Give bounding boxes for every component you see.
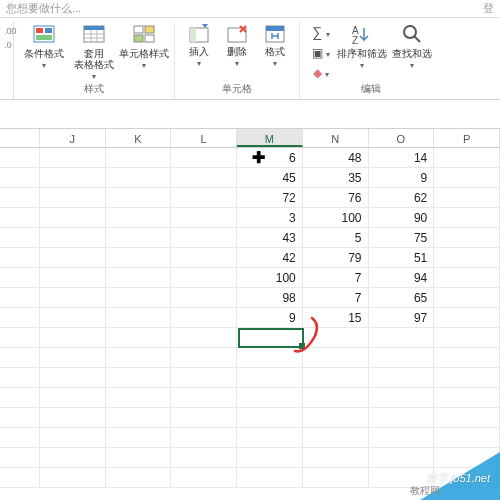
cell[interactable]: [369, 368, 435, 387]
cell[interactable]: [434, 208, 500, 227]
autosum-icon[interactable]: ∑ ▾: [312, 24, 330, 40]
cell[interactable]: 9: [369, 168, 435, 187]
cell[interactable]: [106, 268, 172, 287]
column-header-K[interactable]: K: [106, 129, 172, 147]
cell[interactable]: [106, 248, 172, 267]
cell-styles-button[interactable]: 单元格样式 ▾: [122, 22, 166, 70]
cell[interactable]: [369, 388, 435, 407]
cell[interactable]: 79: [303, 248, 369, 267]
cell[interactable]: [303, 408, 369, 427]
cell[interactable]: [171, 368, 237, 387]
cell[interactable]: [434, 348, 500, 367]
cell[interactable]: [171, 388, 237, 407]
cell[interactable]: [171, 348, 237, 367]
worksheet[interactable]: JKLMNOP 64814453597276623100904357542795…: [0, 128, 500, 488]
cell[interactable]: 97: [369, 308, 435, 327]
cell[interactable]: [40, 228, 106, 247]
cell[interactable]: 100: [303, 208, 369, 227]
cell[interactable]: [171, 228, 237, 247]
cell[interactable]: [40, 188, 106, 207]
cell[interactable]: [40, 408, 106, 427]
cell[interactable]: [303, 388, 369, 407]
cell[interactable]: [434, 148, 500, 167]
cell[interactable]: [106, 468, 172, 487]
cell[interactable]: [106, 288, 172, 307]
cell[interactable]: [40, 348, 106, 367]
cell[interactable]: [434, 228, 500, 247]
cell[interactable]: [434, 368, 500, 387]
format-button[interactable]: 格式 ▾: [259, 22, 291, 68]
cell[interactable]: [106, 368, 172, 387]
cell[interactable]: [171, 468, 237, 487]
cell[interactable]: [434, 188, 500, 207]
clear-icon[interactable]: ◆ ▾: [313, 66, 329, 80]
cell[interactable]: [369, 408, 435, 427]
cell[interactable]: 35: [303, 168, 369, 187]
cell[interactable]: [237, 388, 303, 407]
cell[interactable]: [106, 228, 172, 247]
cell[interactable]: [106, 428, 172, 447]
find-select-button[interactable]: 查找和选 ▾: [390, 22, 434, 70]
cell[interactable]: [171, 448, 237, 467]
cell[interactable]: 75: [369, 228, 435, 247]
cell[interactable]: 43: [237, 228, 303, 247]
cell[interactable]: [434, 328, 500, 347]
cell[interactable]: [303, 428, 369, 447]
cell[interactable]: [434, 248, 500, 267]
cell[interactable]: [106, 388, 172, 407]
cell[interactable]: [171, 248, 237, 267]
cell[interactable]: 76: [303, 188, 369, 207]
cell[interactable]: 7: [303, 288, 369, 307]
cell[interactable]: 90: [369, 208, 435, 227]
cell[interactable]: [171, 208, 237, 227]
cell[interactable]: [40, 388, 106, 407]
format-as-table-button[interactable]: 套用 表格格式 ▾: [72, 22, 116, 81]
cell[interactable]: [434, 308, 500, 327]
cell[interactable]: [106, 168, 172, 187]
cell[interactable]: [106, 328, 172, 347]
cell[interactable]: [40, 268, 106, 287]
cell[interactable]: [40, 208, 106, 227]
cell[interactable]: 48: [303, 148, 369, 167]
cell[interactable]: [171, 268, 237, 287]
cell[interactable]: [237, 348, 303, 367]
cell[interactable]: [237, 428, 303, 447]
cell[interactable]: [303, 328, 369, 347]
cell[interactable]: 72: [237, 188, 303, 207]
cell[interactable]: [40, 448, 106, 467]
cell[interactable]: [303, 368, 369, 387]
column-header-O[interactable]: O: [369, 129, 435, 147]
column-header-J[interactable]: J: [40, 129, 106, 147]
cell[interactable]: [171, 308, 237, 327]
cell[interactable]: 6: [237, 148, 303, 167]
cell[interactable]: 3: [237, 208, 303, 227]
cell[interactable]: [171, 328, 237, 347]
cell[interactable]: [40, 368, 106, 387]
cell[interactable]: 45: [237, 168, 303, 187]
cell[interactable]: 65: [369, 288, 435, 307]
column-header-L[interactable]: L: [171, 129, 237, 147]
cell[interactable]: [106, 148, 172, 167]
cell[interactable]: [40, 148, 106, 167]
cell[interactable]: [171, 288, 237, 307]
cell[interactable]: 94: [369, 268, 435, 287]
cell[interactable]: 42: [237, 248, 303, 267]
cell[interactable]: [40, 248, 106, 267]
tell-me-bar[interactable]: 您想要做什么... 登: [0, 0, 500, 18]
cell[interactable]: [434, 288, 500, 307]
cell[interactable]: [369, 348, 435, 367]
cell[interactable]: [237, 468, 303, 487]
cell[interactable]: [106, 208, 172, 227]
cell[interactable]: [106, 188, 172, 207]
cell[interactable]: [106, 348, 172, 367]
cell[interactable]: 62: [369, 188, 435, 207]
conditional-formatting-button[interactable]: 条件格式 ▾: [22, 22, 66, 70]
cell[interactable]: 5: [303, 228, 369, 247]
cell[interactable]: [369, 328, 435, 347]
column-header-P[interactable]: P: [434, 129, 500, 147]
cell[interactable]: [40, 428, 106, 447]
fill-icon[interactable]: ▣ ▾: [312, 46, 330, 60]
cell[interactable]: 14: [369, 148, 435, 167]
cell[interactable]: [237, 408, 303, 427]
cell[interactable]: [434, 268, 500, 287]
